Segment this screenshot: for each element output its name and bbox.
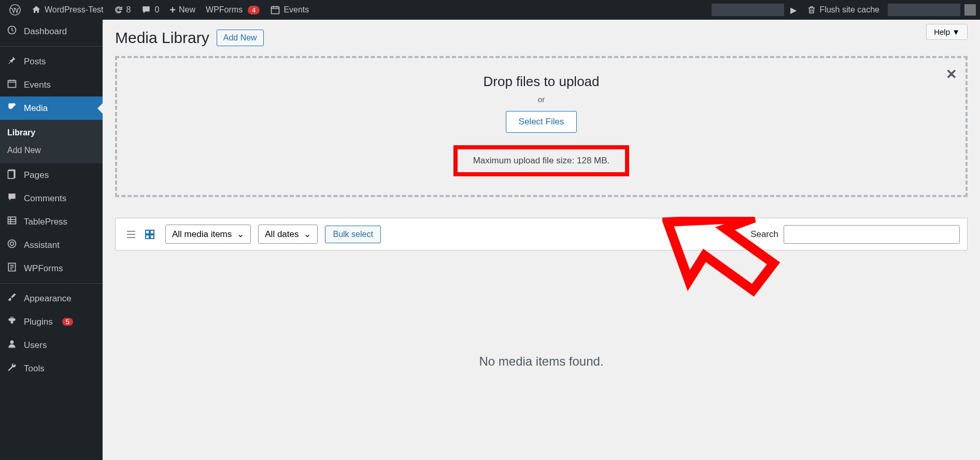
dropzone-or: or	[127, 95, 955, 104]
user-avatar[interactable]	[964, 4, 976, 16]
sidebar-item-tools[interactable]: Tools	[0, 357, 103, 380]
calendar-icon	[6, 78, 18, 91]
comments-link[interactable]: 0	[136, 0, 164, 20]
date-filter[interactable]: All dates ⌄	[258, 225, 318, 244]
sidebar-label: Users	[24, 340, 47, 351]
pin-icon	[6, 55, 18, 68]
updates-count: 8	[126, 5, 131, 15]
topbar-left: WordPress-Test 8 0 + New WPForms 4 Event…	[4, 0, 314, 20]
sidebar-item-users[interactable]: Users	[0, 333, 103, 357]
sidebar-item-appearance[interactable]: Appearance	[0, 287, 103, 310]
svg-rect-3	[8, 80, 16, 87]
chevron-down-icon: ⌄	[237, 229, 244, 240]
search-label: Search	[750, 229, 778, 240]
assistant-icon	[6, 239, 18, 252]
list-view-button[interactable]	[123, 226, 139, 243]
site-name: WordPress-Test	[45, 5, 104, 15]
media-type-filter[interactable]: All media items ⌄	[165, 225, 251, 244]
wpforms-link[interactable]: WPForms 4	[201, 0, 265, 20]
new-label: New	[179, 5, 195, 15]
trash-icon	[807, 5, 816, 15]
search-wrap: Search	[750, 225, 960, 244]
view-toggle	[123, 226, 158, 243]
plus-icon: +	[169, 4, 176, 16]
sidebar-item-comments[interactable]: Comments	[0, 187, 103, 210]
wordpress-icon	[9, 4, 21, 16]
select-files-button[interactable]: Select Files	[506, 111, 577, 133]
wp-logo[interactable]	[4, 0, 26, 20]
dashboard-icon	[6, 25, 18, 38]
form-icon	[6, 262, 18, 275]
refresh-icon	[114, 5, 123, 15]
sidebar-label: Plugins	[24, 317, 53, 327]
list-icon	[125, 228, 137, 241]
grid-icon	[144, 228, 156, 241]
sidebar-label: Pages	[24, 170, 49, 180]
comment-icon	[6, 192, 18, 205]
sidebar-item-events[interactable]: Events	[0, 73, 103, 96]
new-link[interactable]: + New	[164, 0, 201, 20]
svg-rect-6	[8, 217, 16, 224]
svg-rect-14	[150, 235, 154, 239]
admin-topbar: WordPress-Test 8 0 + New WPForms 4 Event…	[0, 0, 980, 20]
sidebar-label: WPForms	[24, 263, 63, 274]
sidebar-item-dashboard[interactable]: Dashboard	[0, 20, 103, 43]
play-icon[interactable]: ▶	[788, 5, 799, 15]
sidebar-label: Tools	[24, 364, 45, 374]
wpforms-label: WPForms	[206, 5, 243, 15]
sidebar-label: Media	[24, 103, 48, 114]
sidebar-label: Events	[24, 80, 51, 90]
sidebar-label: Appearance	[24, 294, 72, 304]
sidebar-item-wpforms[interactable]: WPForms	[0, 257, 103, 280]
plugin-icon	[6, 315, 18, 328]
calendar-icon	[270, 5, 280, 15]
dropzone-heading: Drop files to upload	[127, 74, 955, 90]
page-title: Media Library	[115, 29, 209, 47]
svg-rect-11	[146, 230, 149, 234]
sidebar-item-plugins[interactable]: Plugins 5	[0, 310, 103, 333]
flush-label: Flush site cache	[819, 5, 879, 15]
flush-cache-link[interactable]: Flush site cache	[803, 0, 884, 20]
svg-rect-13	[146, 235, 149, 239]
svg-point-8	[10, 242, 14, 246]
sidebar-item-posts[interactable]: Posts	[0, 50, 103, 73]
svg-rect-12	[150, 230, 154, 234]
sidebar-item-pages[interactable]: Pages	[0, 163, 103, 187]
events-topbar-link[interactable]: Events	[265, 0, 314, 20]
upload-dropzone[interactable]: ✕ Drop files to upload or Select Files M…	[115, 56, 968, 197]
bulk-select-button[interactable]: Bulk select	[325, 226, 380, 243]
chevron-down-icon: ⌄	[304, 229, 311, 240]
sidebar-label: Comments	[24, 193, 66, 204]
topbar-search-input-1[interactable]	[712, 4, 784, 16]
filter-label: All media items	[172, 229, 232, 240]
grid-view-button[interactable]	[141, 226, 158, 243]
submenu-library[interactable]: Library	[0, 124, 103, 142]
comment-icon	[141, 5, 151, 15]
help-button[interactable]: Help ▼	[926, 24, 968, 40]
no-items-message: No media items found.	[115, 354, 968, 369]
home-icon	[31, 5, 41, 15]
sidebar-item-tablepress[interactable]: TablePress	[0, 210, 103, 233]
submenu-add-new[interactable]: Add New	[0, 142, 103, 159]
close-icon[interactable]: ✕	[946, 66, 957, 82]
svg-rect-5	[8, 171, 15, 178]
search-input[interactable]	[784, 225, 960, 244]
add-new-button[interactable]: Add New	[217, 30, 264, 46]
table-icon	[6, 215, 18, 228]
sidebar-item-assistant[interactable]: Assistant	[0, 233, 103, 257]
updates-link[interactable]: 8	[109, 0, 136, 20]
sidebar-label: TablePress	[24, 217, 67, 227]
filter-bar: All media items ⌄ All dates ⌄ Bulk selec…	[115, 218, 968, 250]
plugins-count-badge: 5	[62, 318, 73, 326]
svg-point-10	[10, 340, 14, 344]
topbar-search-input-2[interactable]	[888, 4, 960, 16]
site-home-link[interactable]: WordPress-Test	[26, 0, 109, 20]
events-label: Events	[283, 5, 309, 15]
sidebar-item-media[interactable]: Media	[0, 96, 103, 120]
page-header: Media Library Add New	[115, 29, 968, 47]
page-icon	[6, 169, 18, 182]
sidebar-label: Posts	[24, 57, 46, 67]
admin-sidebar: Dashboard Posts Events Media Library Add…	[0, 20, 103, 460]
user-icon	[6, 339, 18, 352]
sidebar-label: Dashboard	[24, 26, 67, 37]
